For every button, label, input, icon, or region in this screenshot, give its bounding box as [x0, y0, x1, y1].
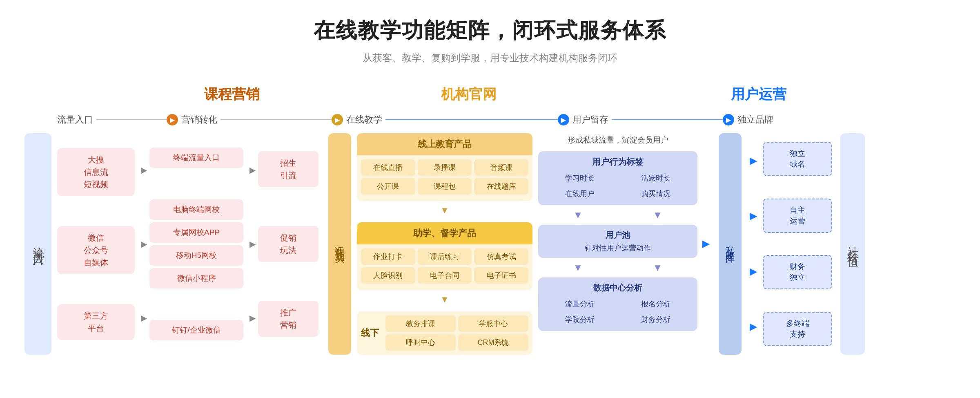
user-retention-col: 形成私域流量，沉淀会员用户 用户行为标签 学习时长 活跃时长 在线用户 购买情况…: [538, 133, 697, 355]
arrow-blue2: ▶: [723, 114, 734, 125]
online-products-header: 线上教育产品: [357, 133, 532, 155]
arrow-to-private: ▶: [702, 133, 714, 355]
category-marketing: 课程营销: [204, 85, 260, 104]
assist-contract: 电子合同: [418, 267, 472, 284]
stage-marketing: 营销转化: [181, 114, 217, 126]
marketing-platforms-col: 终端流量入口 电脑终端网校 专属网校APP 移动H5网校 微信小程序 钉钉/企业…: [149, 133, 243, 355]
offline-grid: 教务排课 学服中心 呼叫中心 CRM系统: [385, 315, 528, 351]
arr-brand-3: ▶: [750, 266, 757, 277]
behavior-grid: 学习时长 活跃时长 在线用户 购买情况: [543, 172, 693, 200]
conversion-col: 招生引流 促销玩法 推广营销: [258, 133, 318, 355]
left-label: 流量入口: [24, 133, 51, 355]
page-wrapper: 在线教学功能矩阵，闭环式服务体系 从获客、教学、复购到学服，用专业技术构建机构服…: [0, 0, 980, 398]
independent-brand-col: 独立域名 自主运营 财务独立 多终端支持: [763, 133, 832, 355]
data-register: 报名分析: [619, 297, 693, 311]
brand-finance: 财务独立: [763, 255, 832, 289]
offline-study: 学服中心: [458, 315, 528, 332]
conv-3: 推广营销: [258, 301, 318, 337]
data-center-section: 数据中心分析 流量分析 报名分析 学院分析 财务分析: [538, 277, 697, 331]
page-subtitle: 从获客、教学、复购到学服，用专业技术构建机构服务闭环: [24, 51, 956, 65]
data-academy: 学院分析: [543, 313, 617, 326]
private-domain-label: 私域矩阵: [719, 133, 742, 355]
product-live: 在线直播: [361, 159, 415, 176]
down-arrows-row2: ▼ ▼: [538, 262, 697, 273]
assist-grid: 作业打卡 课后练习 仿真考试 人脸识别 电子合同 电子证书: [357, 244, 532, 286]
online-teaching-col: 线上教育产品 在线直播 录播课 音频课 公开课 课程包 在线题库 ▼ 助学、督学…: [357, 133, 532, 355]
da-2: ▼: [653, 209, 663, 221]
category-website: 机构官网: [441, 85, 497, 104]
online-products-grid: 在线直播 录播课 音频课 公开课 课程包 在线题库: [357, 155, 532, 197]
category-operations: 用户运营: [731, 85, 786, 104]
arrow-2: ▶: [141, 239, 147, 249]
brand-multi: 多终端支持: [763, 312, 832, 346]
arrow-4: ▶: [249, 165, 256, 175]
right-label: 社会价值: [840, 133, 865, 355]
arr-brand-2: ▶: [750, 211, 757, 221]
arr-brand-4: ▶: [750, 322, 757, 332]
offline-label: 线下: [361, 327, 381, 339]
beh-online-user: 在线用户: [543, 187, 617, 200]
platform-app: 专属网校APP: [149, 222, 243, 243]
data-finance: 财务分析: [619, 313, 693, 326]
down-arrow-mid2: ▼: [357, 294, 532, 305]
page-title: 在线教学功能矩阵，闭环式服务体系: [24, 16, 956, 45]
traffic-sources-col: 大搜信息流短视频 微信公众号自媒体 第三方平台: [57, 133, 135, 355]
arrows-col-2: ▶ ▶ ▶: [247, 133, 258, 355]
beh-active-time: 活跃时长: [619, 172, 693, 185]
conv-2: 促销玩法: [258, 226, 318, 262]
product-audio: 音频课: [474, 159, 528, 176]
product-open: 公开课: [361, 178, 415, 195]
arrows-col-1: ▶ ▶ ▶: [138, 133, 149, 355]
product-package: 课程包: [418, 178, 472, 195]
platform-dingding: 钉钉/企业微信: [149, 320, 243, 340]
stage-traffic: 流量入口: [57, 114, 93, 126]
data-traffic: 流量分析: [543, 297, 617, 311]
da-4: ▼: [653, 262, 663, 273]
down-arrows-row: ▼ ▼: [538, 209, 697, 221]
platform-mini: 微信小程序: [149, 268, 243, 288]
assist-section: 助学、督学产品 作业打卡 课后练习 仿真考试 人脸识别 电子合同 电子证书: [357, 222, 532, 290]
down-arrow-mid: ▼: [357, 205, 532, 216]
arrow-orange: ▶: [167, 114, 178, 125]
arrow-3: ▶: [141, 313, 147, 323]
brand-ops: 自主运营: [763, 199, 832, 233]
assist-face: 人脸识别: [361, 267, 415, 284]
beh-study-time: 学习时长: [543, 172, 617, 185]
beh-purchase: 购买情况: [619, 187, 693, 200]
data-grid: 流量分析 报名分析 学院分析 财务分析: [543, 297, 693, 326]
da-3: ▼: [573, 262, 583, 273]
user-pool-section: 用户池 针对性用户运营动作: [538, 225, 697, 258]
stage-labels-row: 流量入口 ▶ 营销转化 ▶ 在线教学 ▶ 用户留存 ▶ 独立品牌: [24, 114, 956, 126]
arr-brand-1: ▶: [750, 156, 757, 166]
product-exercise: 在线题库: [474, 178, 528, 195]
assist-header: 助学、督学产品: [357, 222, 532, 244]
traffic-source-2: 微信公众号自媒体: [57, 226, 135, 274]
arrow-5: ▶: [249, 239, 256, 249]
arrow-1: ▶: [141, 165, 147, 175]
behavior-tag-section: 用户行为标签 学习时长 活跃时长 在线用户 购买情况: [538, 151, 697, 205]
assist-exam: 仿真考试: [474, 248, 528, 265]
assist-cert: 电子证书: [474, 267, 528, 284]
traffic-source-3: 第三方平台: [57, 304, 135, 340]
platform-terminal: 终端流量入口: [149, 148, 243, 168]
offline-section: 线下 教务排课 学服中心 呼叫中心 CRM系统: [357, 311, 532, 355]
user-pool-sub: 针对性用户运营动作: [543, 243, 693, 253]
stage-online: 在线教学: [346, 114, 382, 126]
user-pool-title: 用户池: [543, 230, 693, 241]
conv-1: 招生引流: [258, 151, 318, 187]
stage-retention: 用户留存: [572, 114, 608, 126]
assist-practice: 课后练习: [418, 248, 472, 265]
main-content: 流量入口 大搜信息流短视频 微信公众号自媒体 第三方平台 ▶ ▶ ▶ 终端流量入…: [24, 133, 956, 355]
traffic-source-1: 大搜信息流短视频: [57, 148, 135, 196]
stage-brand: 独立品牌: [737, 114, 773, 126]
arrows-col-brand: ▶ ▶ ▶ ▶: [747, 133, 759, 355]
da-1: ▼: [573, 209, 583, 221]
product-recorded: 录播课: [418, 159, 472, 176]
online-products-section: 线上教育产品 在线直播 录播课 音频课 公开课 课程包 在线题库: [357, 133, 532, 201]
retention-top-text: 形成私域流量，沉淀会员用户: [538, 133, 697, 147]
data-center-title: 数据中心分析: [543, 282, 693, 293]
platform-h5: 移动H5网校: [149, 245, 243, 266]
offline-call: 呼叫中心: [385, 334, 456, 351]
arrow-blue: ▶: [558, 114, 569, 125]
platform-pc: 电脑终端网校: [149, 199, 243, 220]
